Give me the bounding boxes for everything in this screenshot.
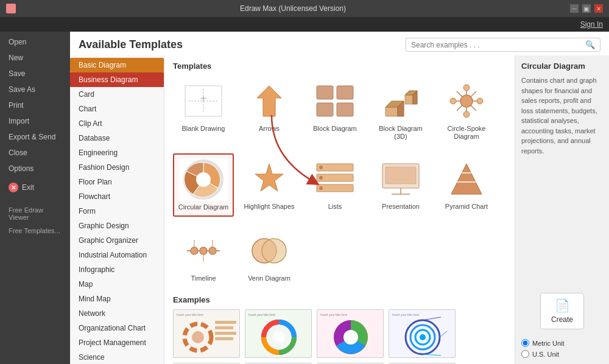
cat-item-infographic[interactable]: Infographic [70,262,164,277]
cat-item-floor-plan[interactable]: Floor Plan [70,175,164,189]
templates-section-title: Templates [173,61,506,71]
svg-rect-60 [215,337,233,340]
sidebar-item-free-viewer[interactable]: Free Edraw Viewer [0,203,70,224]
templates-grid-row2: Circular Diagram Highlight Shapes [173,153,506,216]
template-card-presentation[interactable]: Presentation [370,153,431,216]
template-card-timeline[interactable]: Timeline [173,225,234,287]
restore-button[interactable]: ▣ [582,4,591,13]
sign-in-bar: Sign In [0,17,609,32]
svg-line-23 [457,105,462,111]
cat-item-engineering[interactable]: Engineering [70,145,164,160]
sign-in-link[interactable]: Sign In [580,20,603,29]
svg-text:Insert your title here: Insert your title here [392,313,419,317]
search-input[interactable] [411,41,585,49]
template-card-lists[interactable]: Lists [304,153,365,216]
cat-item-form[interactable]: Form [70,204,164,219]
cat-item-database[interactable]: Database [70,131,164,145]
sidebar-item-open[interactable]: Open [0,34,70,50]
sidebar-item-new[interactable]: New [0,50,70,66]
template-body: Basic Diagram Business Diagram Card Char… [70,55,609,364]
cat-item-org-chart[interactable]: Organizational Chart [70,321,164,335]
svg-point-64 [273,331,285,343]
sidebar-item-import[interactable]: Import [0,113,70,129]
metric-unit-radio[interactable] [521,339,529,347]
circular-diagram-icon [179,158,228,201]
svg-point-35 [319,176,323,180]
us-unit-radio[interactable] [521,350,529,358]
svg-point-52 [262,239,286,263]
template-card-circular-diagram-label: Circular Diagram [178,203,229,211]
cat-item-map[interactable]: Map [70,277,164,292]
sidebar-item-exit[interactable]: ✕ Exit [0,179,70,196]
example-thumb-1[interactable]: Insert your title here [173,309,240,358]
block-diagram-3d-icon [376,80,425,122]
cat-item-mind-map[interactable]: Mind Map [70,292,164,306]
svg-text:Insert your title here: Insert your title here [248,313,275,317]
template-card-circular-diagram[interactable]: Circular Diagram [173,153,234,216]
example-thumb-2[interactable]: Insert your title here [245,309,312,358]
cat-item-basic-diagram[interactable]: Basic Diagram [70,58,164,72]
sidebar-item-save[interactable]: Save [0,66,70,82]
close-button[interactable]: ✕ [594,4,603,13]
minimize-button[interactable]: ─ [570,4,579,13]
search-icon[interactable]: 🔍 [585,40,595,49]
cat-item-clip-art[interactable]: Clip Art [70,116,164,131]
sidebar-item-free-templates[interactable]: Free Templates... [0,224,70,237]
template-card-pyramid-chart-label: Pyramid Chart [445,203,488,211]
template-card-block-diagram[interactable]: Block Diagram [304,75,365,145]
sidebar-item-export-send[interactable]: Export & Send [0,129,70,145]
svg-rect-58 [215,326,233,329]
svg-rect-5 [317,86,333,99]
svg-rect-6 [337,86,353,99]
cat-item-network[interactable]: Network [70,306,164,321]
template-card-venn-diagram[interactable]: Venn Diagram [239,225,300,287]
svg-line-21 [471,105,476,111]
sidebar-item-print[interactable]: Print [0,97,70,113]
cat-item-flowchart[interactable]: Flowchart [70,189,164,204]
cat-item-graphic-organizer[interactable]: Graphic Organizer [70,233,164,248]
main-layout: Open New Save Save As Print Import Expor… [0,32,609,364]
metric-unit-option[interactable]: Metric Unit [521,339,603,347]
template-card-highlight-shapes[interactable]: Highlight Shapes [239,153,300,216]
sidebar-item-close[interactable]: Close [0,145,70,161]
svg-rect-57 [215,321,236,324]
create-button[interactable]: 📄 Create [540,293,584,329]
svg-text:+: + [200,92,207,105]
cat-item-fashion-design[interactable]: Fashion Design [70,160,164,175]
cat-item-business-diagram[interactable]: Business Diagram [70,72,164,87]
svg-point-36 [319,186,323,190]
template-header: Available Templates 🔍 [70,32,609,55]
right-panel-description: Contains chart and graph shapes for fina… [521,75,603,156]
example-thumb-3[interactable]: Insert your title here [317,309,384,358]
svg-marker-4 [257,86,281,116]
title-bar-controls: ─ ▣ ✕ [570,4,603,13]
cat-item-industrial-automation[interactable]: Industrial Automation [70,248,164,262]
template-card-pyramid-chart[interactable]: Pyramid Chart [436,153,497,216]
template-card-block-diagram-3d-label: Block Diagram (3D) [375,125,427,141]
sidebar-item-save-as[interactable]: Save As [0,82,70,97]
cat-item-chart[interactable]: Chart [70,102,164,116]
template-card-blank-drawing[interactable]: + Blank Drawing [173,75,234,145]
svg-line-20 [457,91,462,97]
example-thumb-4[interactable]: Insert your title here [389,309,456,358]
templates-grid-area: Templates + Blank Drawing [164,55,515,364]
us-unit-option[interactable]: U.S. Unit [521,350,603,358]
cat-item-card[interactable]: Card [70,87,164,102]
svg-point-47 [209,247,216,254]
svg-rect-7 [317,103,333,116]
create-button-area: 📄 Create [521,293,603,329]
category-list: Basic Diagram Business Diagram Card Char… [70,55,164,364]
template-card-venn-diagram-label: Venn Diagram [248,275,290,282]
svg-marker-12 [405,95,413,104]
cat-item-science[interactable]: Science [70,350,164,364]
template-card-arrows[interactable]: Arrows [239,75,300,145]
template-card-circle-spoke[interactable]: Circle-Spoke Diagram [436,75,497,145]
cat-item-graphic-design[interactable]: Graphic Design [70,219,164,233]
right-panel: Circular Diagram Contains chart and grap… [515,55,609,364]
cat-item-project-mgmt[interactable]: Project Management [70,335,164,350]
template-card-block-diagram-3d[interactable]: Block Diagram (3D) [370,75,431,145]
svg-marker-9 [385,107,398,116]
template-card-lists-label: Lists [328,203,342,211]
svg-marker-41 [451,164,482,194]
sidebar-item-options[interactable]: Options [0,161,70,177]
